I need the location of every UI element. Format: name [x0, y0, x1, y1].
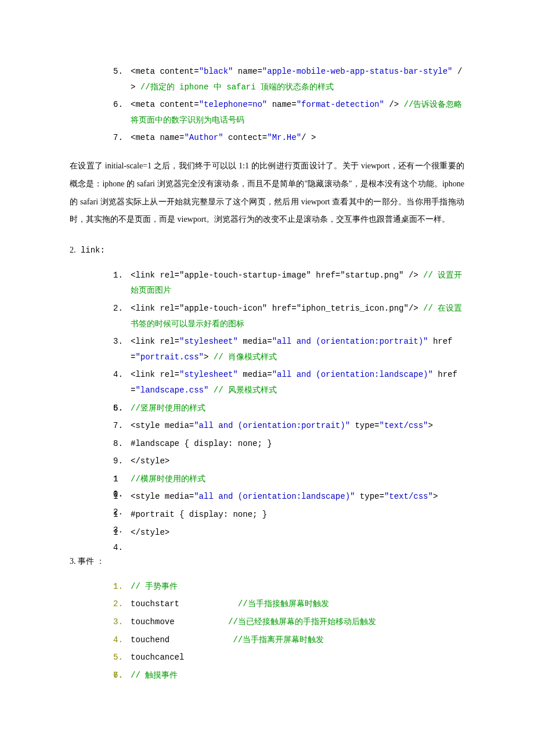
code-line: //横屏时使用的样式: [113, 471, 464, 487]
code-line: touchstart //当手指接触屏幕时触发: [113, 596, 464, 612]
code-line: <style media="all and (orientation:portr…: [113, 418, 464, 434]
code-line: //竖屏时使用的样式: [113, 401, 464, 416]
paragraph-viewport: 在设置了 initial-scale=1 之后，我们终于可以以 1:1 的比例进…: [70, 157, 464, 229]
code-line: // 触摸事件: [113, 668, 464, 683]
code-line: touchmove //当已经接触屏幕的手指开始移动后触发: [113, 614, 464, 630]
code-line: </style>: [113, 525, 464, 541]
code-line: // 手势事件: [113, 579, 464, 595]
code-line: <link rel="apple-touch-startup-image" hr…: [113, 268, 464, 298]
code-line: </style>: [113, 453, 464, 469]
code-line: <link rel="stylesheet" media="all and (o…: [113, 367, 464, 398]
code-line: #portrait { display: none; }: [113, 507, 464, 523]
code-line: <style media="all and (orientation:lands…: [113, 489, 464, 505]
code-block-1: <meta content="black" name="apple-mobile…: [70, 64, 464, 146]
code-block-2: <link rel="apple-touch-startup-image" hr…: [70, 268, 464, 541]
section-2-heading: 2. link:: [70, 243, 464, 258]
code-line: <link rel="apple-touch-icon" href="iphon…: [113, 301, 464, 332]
code-line: <meta content="black" name="apple-mobile…: [113, 64, 464, 95]
code-block-3: // 手势事件 touchstart //当手指接触屏幕时触发 touchmov…: [70, 579, 464, 683]
code-line: <meta name="Author" contect="Mr.He"/ >: [113, 130, 464, 146]
code-line: <link rel="stylesheet" media="all and (o…: [113, 334, 464, 365]
code-line: <meta content="telephone=no" name="forma…: [113, 97, 464, 128]
code-line: touchcancel: [113, 650, 464, 665]
section-3-heading: 3. 事件 ：: [70, 554, 464, 570]
code-line: #landscape { display: none; }: [113, 436, 464, 452]
code-line: touchend //当手指离开屏幕时触发: [113, 632, 464, 648]
